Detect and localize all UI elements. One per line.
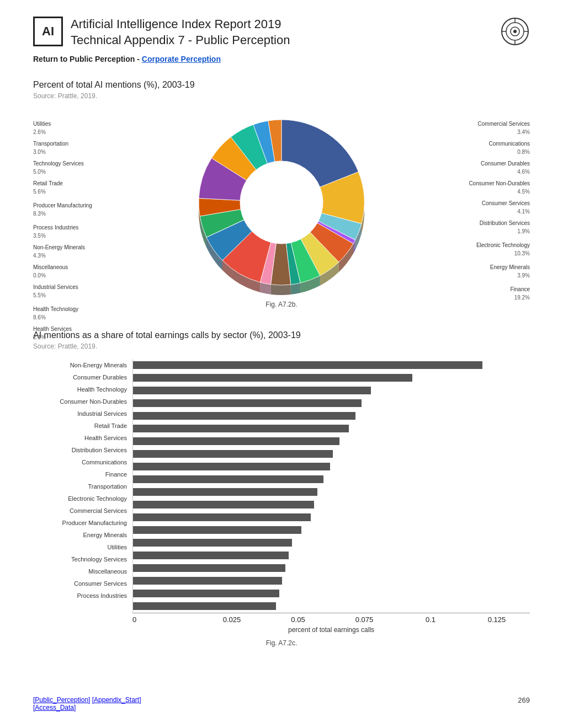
- bar-label-9: Finance: [33, 468, 132, 480]
- bar-row-2: [133, 384, 530, 397]
- axis-tick-1: 0.025: [199, 615, 265, 624]
- donut-source: Source: Prattle, 2019.: [33, 92, 530, 100]
- label-producer-mfg: Producer Manufacturing8.3%: [33, 201, 141, 218]
- bar-row-1: [133, 372, 530, 384]
- donut-title: Percent of total AI mentions (%), 2003-1…: [33, 80, 530, 90]
- bar-label-3: Consumer Non-Durables: [33, 395, 132, 408]
- bar-row-5: [133, 422, 530, 435]
- bar-label-15: Utilities: [33, 541, 132, 553]
- label-dist-svc: Distribution Services1.9%: [422, 219, 530, 235]
- bar-row-14: [133, 537, 530, 549]
- bar-fill-11: [133, 501, 314, 508]
- logo-ai-text: AI: [42, 24, 54, 39]
- bar-row-13: [133, 524, 530, 536]
- label-non-energy-min: Non-Energy Minerals4.3%: [33, 243, 141, 260]
- bar-chart-full: Non-Energy MineralsConsumer DurablesHeal…: [33, 359, 530, 634]
- bar-row-12: [133, 511, 530, 523]
- bar-fig-caption: Fig. A7.2c.: [33, 639, 530, 647]
- bar-fill-6: [133, 437, 339, 445]
- label-industrial-svc: Industrial Services5.5%: [33, 283, 141, 299]
- bar-row-18: [133, 587, 530, 599]
- label-commercial-svc: Commercial Services3.4%: [422, 120, 530, 136]
- bar-label-13: Producer Manufacturing: [33, 517, 132, 529]
- bar-label-6: Health Services: [33, 432, 132, 444]
- bar-row-11: [133, 499, 530, 511]
- bar-row-4: [133, 410, 530, 422]
- header-title: Artificial Intelligence Index Report 201…: [71, 17, 290, 48]
- bar-row-3: [133, 397, 530, 409]
- bar-row-0: [133, 359, 530, 371]
- header: AI Artificial Intelligence Index Report …: [33, 17, 530, 48]
- bar-label-0: Non-Energy Minerals: [33, 359, 132, 371]
- bar-label-10: Transportation: [33, 480, 132, 493]
- header-title-block: Artificial Intelligence Index Report 201…: [71, 17, 290, 48]
- bar-fill-4: [133, 412, 355, 420]
- label-comms: Communications0.8%: [422, 140, 530, 156]
- donut-wrapper: Utilities2.6% Transportation3.0% Technol…: [33, 109, 530, 296]
- bar-label-1: Consumer Durables: [33, 371, 132, 383]
- bar-row-16: [133, 562, 530, 574]
- bar-label-11: Electronic Technology: [33, 493, 132, 505]
- bar-row-6: [133, 435, 530, 447]
- breadcrumb: Return to Public Perception - Corporate …: [33, 55, 530, 63]
- bar-label-17: Miscellaneous: [33, 565, 132, 577]
- label-retail-trade: Retail Trade5.6%: [33, 179, 141, 196]
- donut-svg: [188, 109, 375, 296]
- bar-axis-label: percent of total earnings calls: [132, 626, 530, 634]
- bar-label-4: Industrial Services: [33, 408, 132, 420]
- footer-link-access-data[interactable]: [Access_Data]: [33, 704, 76, 711]
- bar-chart-body: Non-Energy MineralsConsumer DurablesHeal…: [33, 359, 530, 613]
- title-line2: Technical Appendix 7 - Public Perception: [71, 33, 290, 47]
- breadcrumb-link[interactable]: Corporate Perception: [142, 55, 221, 63]
- bar-labels-col: Non-Energy MineralsConsumer DurablesHeal…: [33, 359, 132, 613]
- bar-label-5: Retail Trade: [33, 420, 132, 432]
- bar-row-19: [133, 600, 530, 612]
- bar-fill-19: [133, 602, 276, 610]
- donut-section: Percent of total AI mentions (%), 2003-1…: [33, 80, 530, 308]
- bar-label-14: Energy Minerals: [33, 529, 132, 541]
- label-energy-min: Energy Minerals3.9%: [422, 263, 530, 280]
- bar-fill-10: [133, 488, 317, 496]
- bar-fill-14: [133, 539, 292, 547]
- svg-point-3: [513, 30, 517, 33]
- bar-fill-17: [133, 577, 282, 585]
- footer-links: [Public_Perception] [Appendix_Start] [Ac…: [33, 696, 141, 711]
- label-health-svc: Health Services2.1%: [33, 325, 141, 341]
- bar-label-7: Distribution Services: [33, 444, 132, 456]
- footer-page-number: 269: [518, 696, 530, 711]
- bar-label-2: Health Technology: [33, 383, 132, 395]
- bar-row-8: [133, 461, 530, 473]
- title-line1: Artificial Intelligence Index Report 201…: [71, 17, 282, 31]
- footer-link-appendix-start[interactable]: [Appendix_Start]: [92, 696, 141, 704]
- donut-labels-right: Commercial Services3.4% Communications0.…: [422, 120, 530, 305]
- bar-fill-2: [133, 387, 371, 394]
- footer-link-public-perception[interactable]: [Public_Perception]: [33, 696, 90, 704]
- label-consumer-dur: Consumer Durables4.6%: [422, 159, 530, 176]
- bar-label-12: Commercial Services: [33, 505, 132, 517]
- bar-row-9: [133, 473, 530, 485]
- label-health-tech: Health Technology8.6%: [33, 305, 141, 322]
- bar-axis: 00.0250.050.0750.10.125: [132, 613, 530, 624]
- label-process-ind: Process Industries3.5%: [33, 223, 141, 240]
- label-elec-tech: Electronic Technology10.3%: [422, 241, 530, 258]
- page: AI Artificial Intelligence Index Report …: [0, 0, 563, 728]
- footer: [Public_Perception] [Appendix_Start] [Ac…: [33, 696, 530, 711]
- bar-fill-0: [133, 361, 482, 369]
- breadcrumb-static: Return to Public Perception -: [33, 55, 142, 63]
- bar-fill-8: [133, 463, 330, 470]
- bar-fill-5: [133, 425, 349, 432]
- label-utilities: Utilities2.6%: [33, 120, 141, 136]
- header-left: AI Artificial Intelligence Index Report …: [33, 17, 290, 48]
- bar-fill-1: [133, 374, 412, 382]
- bar-fill-16: [133, 564, 285, 572]
- bar-row-10: [133, 486, 530, 498]
- bar-fill-13: [133, 526, 301, 534]
- label-tech-services: Technology Services5.0%: [33, 159, 141, 176]
- label-consumer-svc: Consumer Services4.1%: [422, 199, 530, 216]
- bar-section: AI mentions as a share of total earnings…: [33, 330, 530, 647]
- logo-box: AI: [33, 17, 63, 46]
- label-misc: Miscellaneous0.0%: [33, 263, 141, 280]
- bar-fill-15: [133, 552, 289, 559]
- axis-tick-3: 0.075: [331, 615, 397, 624]
- bar-label-19: Process Industries: [33, 590, 132, 602]
